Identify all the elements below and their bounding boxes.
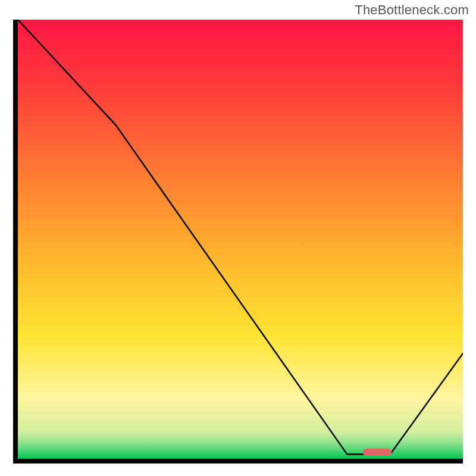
chart-svg bbox=[13, 20, 463, 464]
chart bbox=[13, 20, 463, 464]
x-axis bbox=[13, 459, 463, 464]
chart-marker bbox=[363, 449, 392, 456]
chart-container: TheBottleneck.com bbox=[0, 0, 476, 476]
chart-background bbox=[18, 20, 463, 459]
y-axis bbox=[13, 20, 18, 464]
watermark: TheBottleneck.com bbox=[355, 2, 469, 18]
